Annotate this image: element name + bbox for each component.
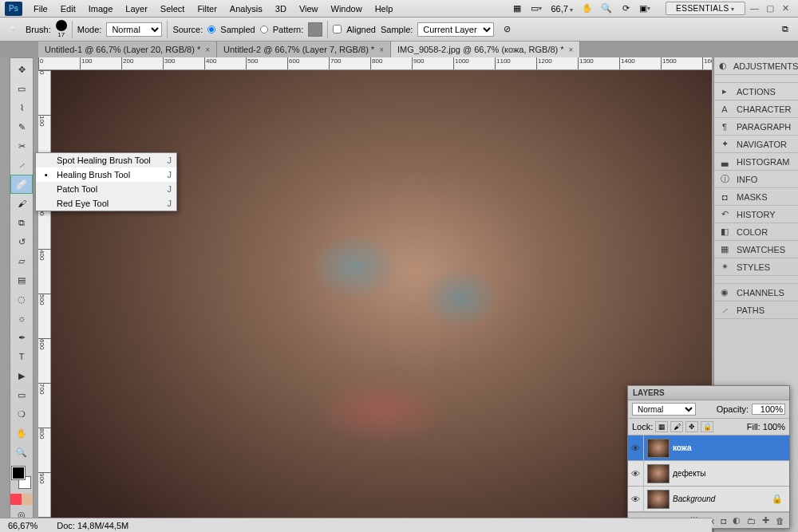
zoom-icon[interactable]: 🔍 bbox=[598, 2, 614, 16]
layer-row[interactable]: 👁Background🔒 bbox=[628, 487, 789, 512]
flyout-item[interactable]: Spot Healing Brush ToolJ bbox=[36, 153, 176, 167]
layers-tab[interactable]: LAYERS bbox=[628, 386, 789, 400]
layer-mask-icon[interactable]: ◘ bbox=[721, 516, 726, 526]
layer-row[interactable]: 👁кожа bbox=[628, 435, 789, 461]
panel-paragraph[interactable]: ¶PARAGRAPH bbox=[714, 118, 798, 136]
visibility-toggle[interactable]: 👁 bbox=[628, 487, 644, 511]
visibility-toggle[interactable]: 👁 bbox=[628, 435, 644, 460]
new-layer-icon[interactable]: ✚ bbox=[762, 515, 769, 526]
ruler-horizontal[interactable]: 0100200300400500600700800900100011001200… bbox=[38, 57, 712, 70]
status-zoom[interactable]: 66,67% bbox=[8, 521, 38, 530]
document-canvas[interactable] bbox=[51, 70, 712, 518]
document-tab[interactable]: Untitled-1 @ 66,7% (Layer 20, RGB/8) *× bbox=[38, 41, 217, 57]
flyout-item[interactable]: ▪Healing Brush ToolJ bbox=[36, 167, 176, 182]
flyout-item[interactable]: Red Eye ToolJ bbox=[36, 196, 176, 211]
hand-icon[interactable]: ✋ bbox=[579, 2, 595, 16]
restore-button[interactable]: ▢ bbox=[766, 3, 777, 14]
layer-name[interactable]: дефекты bbox=[673, 469, 705, 478]
close-tab-icon[interactable]: × bbox=[379, 45, 384, 54]
healing-brush-tool[interactable]: 🩹 bbox=[10, 175, 33, 194]
shape-tool[interactable]: ▭ bbox=[10, 385, 33, 404]
type-tool[interactable]: T bbox=[10, 347, 33, 366]
panel-history[interactable]: ↶HISTORY bbox=[714, 206, 798, 223]
opacity-input[interactable]: 100% bbox=[752, 404, 785, 415]
close-tab-icon[interactable]: × bbox=[569, 45, 574, 54]
layer-row[interactable]: 👁дефекты bbox=[628, 461, 789, 487]
panel-color[interactable]: ◧COLOR bbox=[714, 223, 798, 241]
dodge-tool[interactable]: ☼ bbox=[10, 309, 33, 328]
menu-file[interactable]: File bbox=[27, 2, 54, 16]
lock-image-icon[interactable]: 🖌 bbox=[670, 421, 683, 432]
panel-paths[interactable]: ⟋PATHS bbox=[714, 301, 798, 319]
quick-select-tool[interactable]: ✎ bbox=[10, 117, 33, 136]
delete-layer-icon[interactable]: 🗑 bbox=[776, 516, 784, 526]
clone-stamp-tool[interactable]: ⧉ bbox=[10, 213, 33, 232]
clone-source-icon[interactable]: ⧉ bbox=[777, 22, 793, 37]
foreground-color[interactable] bbox=[12, 467, 25, 479]
panel-masks[interactable]: ◘MASKS bbox=[714, 188, 798, 206]
panel-channels[interactable]: ◉CHANNELS bbox=[714, 284, 798, 301]
pattern-swatch[interactable] bbox=[308, 22, 322, 37]
menu-image[interactable]: Image bbox=[82, 2, 120, 16]
panel-actions[interactable]: ▸ACTIONS bbox=[714, 83, 798, 100]
eyedropper-tool[interactable]: ⟋ bbox=[10, 156, 33, 175]
panel-adjustments[interactable]: ◐ADJUSTMENTS bbox=[714, 57, 798, 75]
move-tool[interactable]: ✥ bbox=[10, 60, 33, 79]
visibility-toggle[interactable]: 👁 bbox=[628, 461, 644, 486]
crop-tool[interactable]: ✂ bbox=[10, 136, 33, 156]
lock-position-icon[interactable]: ✥ bbox=[685, 421, 698, 432]
panel-swatches[interactable]: ▦SWATCHES bbox=[714, 241, 798, 258]
history-brush-tool[interactable]: ↺ bbox=[10, 232, 33, 251]
canvas-area[interactable] bbox=[51, 70, 712, 518]
sample-select[interactable]: Current Layer bbox=[417, 22, 494, 37]
document-tab[interactable]: Untitled-2 @ 66,7% (Layer 7, RGB/8) *× bbox=[217, 41, 391, 57]
menu-view[interactable]: View bbox=[293, 2, 325, 16]
screen-mode-icon[interactable]: ▣ bbox=[637, 2, 653, 16]
minimize-button[interactable]: — bbox=[750, 3, 761, 14]
menu-3d[interactable]: 3D bbox=[269, 2, 293, 16]
hand-tool[interactable]: ✋ bbox=[10, 424, 33, 443]
pen-tool[interactable]: ✒ bbox=[10, 328, 33, 347]
panel-styles[interactable]: ✴STYLES bbox=[714, 258, 798, 276]
lasso-tool[interactable]: ⌇ bbox=[10, 98, 33, 117]
layer-group-icon[interactable]: 🗀 bbox=[747, 516, 756, 526]
blur-tool[interactable]: ◌ bbox=[10, 290, 33, 309]
document-tab[interactable]: IMG_9058-2.jpg @ 66,7% (кожа, RGB/8) *× bbox=[391, 41, 580, 57]
zoom-level[interactable]: 66,7 bbox=[547, 4, 576, 14]
fill-input[interactable]: 100% bbox=[763, 422, 785, 432]
blend-mode-select[interactable]: Normal bbox=[632, 403, 696, 416]
zoom-tool[interactable]: 🔍 bbox=[10, 443, 33, 462]
layer-thumbnail[interactable] bbox=[647, 490, 670, 509]
lock-transparent-icon[interactable]: ▦ bbox=[655, 421, 668, 432]
gradient-tool[interactable]: ▤ bbox=[10, 270, 33, 290]
panel-character[interactable]: ACHARACTER bbox=[714, 100, 798, 118]
flyout-item[interactable]: Patch ToolJ bbox=[36, 182, 176, 196]
layer-thumbnail[interactable] bbox=[647, 464, 670, 483]
menu-help[interactable]: Help bbox=[369, 2, 400, 16]
close-tab-icon[interactable]: × bbox=[205, 45, 210, 54]
panel-navigator[interactable]: ✦NAVIGATOR bbox=[714, 136, 798, 153]
lock-all-icon[interactable]: 🔒 bbox=[701, 421, 713, 432]
ruler-vertical[interactable]: 01002003004005006007008009001000 bbox=[38, 70, 51, 518]
ignore-adjustments-icon[interactable]: ⊘ bbox=[499, 22, 515, 37]
tool-preset-icon[interactable]: 🩹 bbox=[5, 22, 21, 37]
sampled-radio[interactable] bbox=[207, 26, 215, 33]
layer-name[interactable]: Background bbox=[673, 495, 715, 503]
eraser-tool[interactable]: ▱ bbox=[10, 251, 33, 270]
pattern-radio[interactable] bbox=[260, 26, 268, 33]
panel-histogram[interactable]: ▃HISTOGRAM bbox=[714, 153, 798, 171]
rotate-view-icon[interactable]: ⟳ bbox=[618, 2, 634, 16]
layer-thumbnail[interactable] bbox=[647, 439, 670, 458]
brush-tool[interactable]: 🖌 bbox=[10, 194, 33, 213]
arrange-docs-icon[interactable]: ▭ bbox=[528, 2, 544, 16]
menu-filter[interactable]: Filter bbox=[191, 2, 223, 16]
panel-info[interactable]: ⓘINFO bbox=[714, 171, 798, 188]
launch-bridge-icon[interactable]: ▦ bbox=[509, 2, 525, 16]
menu-window[interactable]: Window bbox=[325, 2, 369, 16]
mode-select[interactable]: Normal bbox=[106, 22, 162, 37]
close-button[interactable]: ✕ bbox=[782, 3, 793, 14]
marquee-tool[interactable]: ▭ bbox=[10, 79, 33, 98]
layer-name[interactable]: кожа bbox=[673, 443, 692, 452]
workspace-switcher[interactable]: ESSENTIALS bbox=[666, 2, 745, 15]
brush-preview[interactable] bbox=[56, 20, 67, 31]
